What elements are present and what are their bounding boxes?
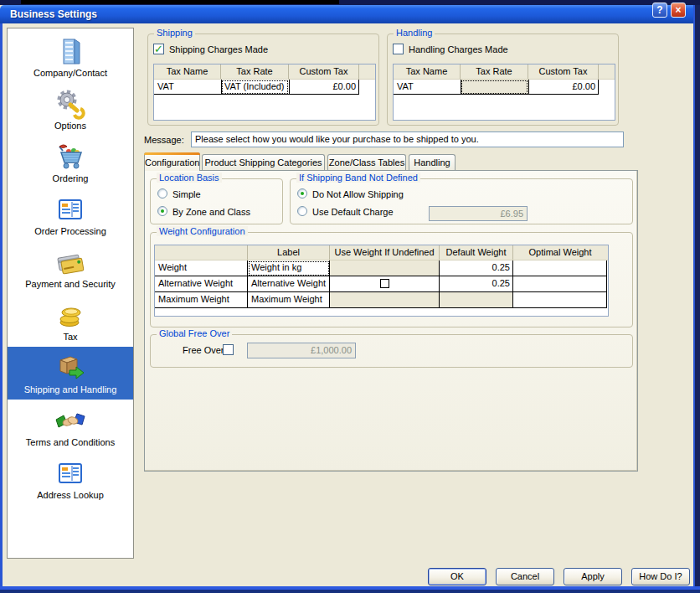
handling-group: Handling Handling Charges Made Tax Name … [387, 34, 619, 126]
handling-group-title: Handling [394, 28, 435, 38]
tab-product-shipping-categories[interactable]: Product Shipping Categories [202, 154, 325, 170]
handling-tax-table-header: Tax Name Tax Rate Custom Tax [394, 64, 615, 80]
label-cell[interactable]: Weight in kg [248, 260, 330, 276]
default-charge-field: £6.95 [429, 206, 528, 221]
sidebar-item-label: Payment and Security [25, 279, 116, 289]
help-button[interactable]: ? [652, 3, 667, 18]
sidebar-item-company-contact[interactable]: Company/Contact [8, 30, 133, 83]
simple-radio[interactable] [157, 188, 167, 199]
column-header: Use Weight If Undefined [330, 245, 440, 260]
tab-zone-class-tables[interactable]: Zone/Class Tables [327, 154, 406, 170]
tax-name-cell[interactable]: VAT [154, 80, 221, 95]
column-header: Custom Tax [289, 64, 359, 79]
order-form-icon [54, 193, 86, 225]
weight-row: Weight Weight in kg 0.25 [155, 260, 608, 276]
optimal-weight-cell[interactable] [513, 260, 607, 276]
coins-icon [54, 299, 86, 331]
building-icon [54, 35, 86, 67]
sidebar-item-label: Ordering [53, 173, 89, 183]
use-weight-cell[interactable] [330, 260, 440, 276]
custom-tax-cell[interactable]: £0.00 [528, 80, 599, 95]
sidebar-item-tax[interactable]: Tax [8, 294, 133, 347]
use-weight-cell[interactable] [330, 292, 440, 308]
close-button[interactable]: × [671, 3, 686, 18]
column-header: Tax Rate [221, 64, 289, 79]
window-title: Business Settings [10, 8, 97, 20]
message-input[interactable]: Please select how you would like your pu… [191, 131, 624, 147]
dialog-body: Company/Contact Options Ordering Order P… [3, 23, 693, 586]
cancel-button[interactable]: Cancel [496, 568, 554, 585]
weight-table: Label Use Weight If Undefined Default We… [154, 245, 609, 317]
free-over-field: £1,000.00 [247, 343, 356, 358]
how-do-i-button[interactable]: How Do I? [631, 568, 690, 585]
handling-charges-made-checkbox[interactable] [393, 44, 404, 54]
label-cell[interactable]: Alternative Weight [248, 276, 330, 292]
column-header: Optimal Weight [513, 245, 607, 260]
default-weight-cell[interactable]: 0.25 [440, 276, 513, 292]
optimal-weight-cell[interactable] [513, 276, 607, 292]
handling-tax-table: Tax Name Tax Rate Custom Tax VAT £0.00 [393, 64, 615, 121]
sidebar-item-label: Company/Contact [33, 68, 107, 78]
use-weight-checkbox[interactable] [380, 279, 389, 288]
sidebar-item-label: Options [54, 121, 86, 131]
handling-charges-made-label: Handling Charges Made [409, 44, 508, 54]
row-name-cell[interactable]: Maximum Weight [155, 292, 248, 308]
by-zone-and-class-radio-label: By Zone and Class [172, 207, 250, 217]
default-weight-cell[interactable] [440, 292, 513, 308]
sidebar-item-payment-and-security[interactable]: Payment and Security [8, 241, 133, 294]
tab-configuration[interactable]: Configuration [144, 152, 200, 171]
handshake-icon [54, 405, 86, 436]
shipping-tax-table-header: Tax Name Tax Rate Custom Tax [154, 64, 375, 80]
shipping-charges-made-checkbox[interactable] [153, 44, 164, 54]
shipping-charges-made-label: Shipping Charges Made [169, 44, 268, 54]
sidebar-item-order-processing[interactable]: Order Processing [8, 188, 133, 241]
tax-name-cell[interactable]: VAT [394, 80, 461, 95]
sidebar-item-terms-and-conditions[interactable]: Terms and Conditions [8, 400, 133, 452]
shipping-band-title: If Shipping Band Not Defined [296, 173, 420, 183]
row-name-cell[interactable]: Alternative Weight [155, 276, 248, 292]
configuration-tab-panel: Location Basis Simple By Zone and Class … [144, 170, 638, 472]
location-basis-group: Location Basis Simple By Zone and Class [150, 178, 283, 224]
table-row: VAT £0.00 [394, 80, 615, 95]
do-not-allow-shipping-radio[interactable] [297, 188, 307, 199]
use-default-charge-radio[interactable] [297, 206, 307, 216]
use-weight-cell[interactable] [330, 276, 440, 292]
label-cell[interactable]: Maximum Weight [248, 292, 330, 308]
alternative-weight-row: Alternative Weight Alternative Weight 0.… [155, 276, 608, 292]
column-header: Tax Name [154, 64, 221, 79]
column-header: Tax Name [394, 64, 461, 79]
tax-rate-cell[interactable]: VAT (Included) [221, 80, 289, 95]
tab-label: Configuration [145, 157, 199, 168]
column-header: Custom Tax [528, 64, 599, 79]
category-list: Company/Contact Options Ordering Order P… [7, 28, 134, 559]
shipping-group-title: Shipping [154, 28, 195, 38]
weight-table-header: Label Use Weight If Undefined Default We… [155, 245, 608, 260]
ok-button[interactable]: OK [428, 568, 486, 585]
tab-handling[interactable]: Handling [409, 154, 456, 170]
optimal-weight-cell[interactable] [513, 292, 607, 308]
weight-configuration-group: Weight Configuration Label Use Weight If… [150, 232, 633, 327]
shipping-band-group: If Shipping Band Not Defined Do Not Allo… [290, 178, 633, 224]
tax-rate-cell[interactable] [461, 80, 528, 95]
default-weight-cell[interactable]: 0.25 [440, 260, 513, 276]
window-border-bottom [0, 586, 700, 593]
by-zone-and-class-radio[interactable] [157, 206, 167, 216]
sidebar-item-shipping-and-handling[interactable]: Shipping and Handling [8, 347, 133, 400]
weight-configuration-title: Weight Configuration [157, 226, 248, 236]
titlebar: Business Settings [0, 5, 693, 23]
custom-tax-cell[interactable]: £0.00 [289, 80, 359, 95]
use-default-charge-label: Use Default Charge [312, 207, 394, 217]
sidebar-item-ordering[interactable]: Ordering [8, 136, 133, 188]
sidebar-item-label: Tax [63, 332, 77, 342]
free-over-checkbox[interactable] [223, 344, 234, 355]
sidebar-item-address-lookup[interactable]: Address Lookup [8, 452, 133, 505]
row-name-cell[interactable]: Weight [155, 260, 248, 276]
column-header [155, 245, 248, 260]
apply-button[interactable]: Apply [564, 568, 622, 585]
do-not-allow-shipping-label: Do Not Allow Shipping [312, 189, 404, 199]
sidebar-item-label: Shipping and Handling [24, 384, 117, 394]
shipping-group: Shipping Shipping Charges Made Tax Name … [147, 34, 379, 126]
sidebar-item-options[interactable]: Options [8, 83, 133, 136]
global-free-over-title: Global Free Over [157, 328, 232, 338]
tab-label: Zone/Class Tables [329, 157, 404, 168]
